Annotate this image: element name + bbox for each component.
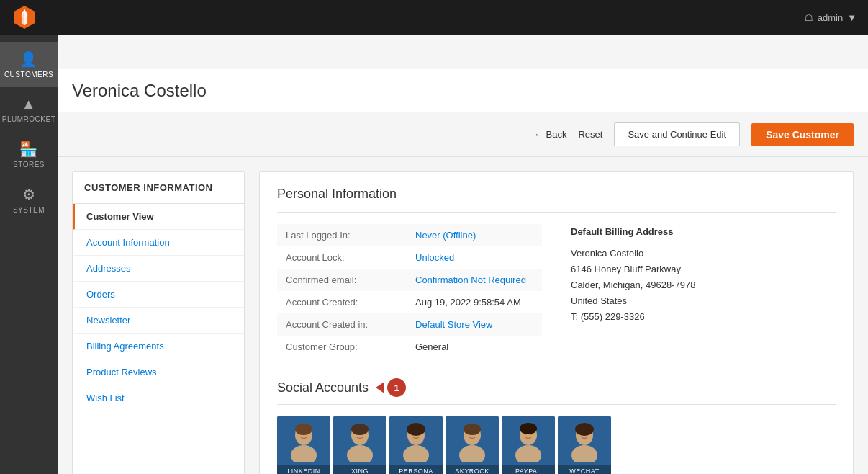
billing-address-title: Default Billing Address [571,224,836,240]
row-value: Aug 19, 2022 9:58:54 AM [407,291,530,313]
main-wrapper: Veronica Costello ← Back Reset Save and … [58,69,868,474]
social-badge: 1 [387,378,406,397]
sidebar: 👤 CUSTOMERS ▲ PLUMROCKET 🏪 STORES ⚙ SYST… [0,35,58,474]
social-label-paypal: PAYPAL [502,465,555,474]
sidebar-item-plumrocket[interactable]: ▲ PLUMROCKET [0,87,58,132]
row-label: Last Logged In: [277,224,407,246]
billing-city-state: Calder, Michigan, 49628-7978 [571,277,836,293]
svg-point-31 [571,445,597,462]
table-row: Account Created: Aug 19, 2022 9:58:54 AM [277,291,542,313]
action-toolbar: ← Back Reset Save and Continue Edit Save… [58,112,868,157]
menu-item-newsletter[interactable]: Newsletter [73,308,244,334]
row-value: Default Store View [407,313,501,336]
table-row: Confirmed email: Confirmation Not Requir… [277,269,542,291]
row-label: Account Created: [277,291,407,313]
left-panel-menu: Customer View Account Information Addres… [73,204,244,411]
menu-link-account-information[interactable]: Account Information [75,230,244,255]
badge-arrow: 1 [376,378,406,397]
left-panel-title: CUSTOMER INFORMATION [73,172,244,204]
billing-name: Veronica Costello [571,246,836,261]
menu-item-billing-agreements[interactable]: Billing Agreements [73,334,244,359]
reset-button[interactable]: Reset [578,129,602,140]
menu-link-orders[interactable]: Orders [75,282,244,307]
menu-link-product-reviews[interactable]: Product Reviews [75,359,244,385]
menu-item-orders[interactable]: Orders [73,282,244,308]
admin-username: admin [818,12,843,23]
svg-point-19 [459,445,485,462]
table-row: Customer Group: General [277,336,542,358]
sidebar-item-label: CUSTOMERS [4,71,53,79]
stores-icon: 🏪 [19,140,38,158]
personal-info-title: Personal Information [277,187,836,202]
row-value: Never (Offline) [407,224,484,246]
social-label-xing: XING [333,465,386,474]
social-avatar-linkedin [277,416,330,465]
reset-label: Reset [578,129,602,140]
user-icon: ☖ [805,12,813,23]
row-label: Confirmed email: [277,269,407,291]
customers-icon: 👤 [19,50,38,68]
sidebar-item-label: STORES [13,161,45,169]
sidebar-item-system[interactable]: ⚙ SYSTEM [0,177,58,223]
system-icon: ⚙ [22,186,36,203]
social-label-skyrock: SKYROCK [446,465,499,474]
social-label-wechat: WECHAT [558,465,611,474]
save-customer-button[interactable]: Save Customer [751,123,854,146]
svg-point-25 [515,445,541,462]
table-row: Last Logged In: Never (Offline) [277,224,542,246]
page-title: Veronica Costello [72,81,207,101]
social-card-paypal[interactable]: PAYPAL [502,416,555,474]
billing-phone: T: (555) 229-3326 [571,309,836,325]
social-avatar-wechat [558,416,611,465]
social-card-skyrock[interactable]: SKYROCK [446,416,499,474]
menu-link-billing-agreements[interactable]: Billing Agreements [75,334,244,359]
social-label-persona: PERSONA [389,465,443,474]
menu-item-customer-view[interactable]: Customer View [73,204,244,230]
social-card-xing[interactable]: XING [333,416,386,474]
admin-user-menu[interactable]: ☖ admin ▼ [805,12,856,23]
svg-point-11 [351,424,369,435]
row-label: Customer Group: [277,336,407,358]
magento-logo[interactable] [12,4,37,30]
svg-point-17 [407,423,425,436]
menu-link-newsletter[interactable]: Newsletter [75,308,244,333]
menu-link-wish-list[interactable]: Wish List [75,385,244,411]
svg-point-13 [403,445,429,462]
content-area: CUSTOMER INFORMATION Customer View Accou… [58,157,868,474]
social-card-linkedin[interactable]: LINKEDIN [277,416,330,474]
save-continue-button[interactable]: Save and Continue Edit [614,122,740,146]
chevron-down-icon: ▼ [847,12,856,23]
arrow-left-icon [376,382,384,393]
svg-point-29 [520,423,537,434]
info-grid: Last Logged In: Never (Offline) Account … [277,224,836,358]
save-continue-label: Save and Continue Edit [628,129,726,140]
menu-item-wish-list[interactable]: Wish List [73,385,244,411]
social-accounts-grid: LINKEDIN [277,416,836,474]
menu-item-product-reviews[interactable]: Product Reviews [73,359,244,385]
row-label: Account Created in: [277,313,407,336]
sidebar-item-stores[interactable]: 🏪 STORES [0,132,58,177]
social-card-persona[interactable]: PERSONA [389,416,443,474]
info-table: Last Logged In: Never (Offline) Account … [277,224,542,358]
left-panel: CUSTOMER INFORMATION Customer View Accou… [72,171,245,474]
menu-link-addresses[interactable]: Addresses [75,256,244,281]
back-button[interactable]: ← Back [534,129,567,140]
sidebar-item-label: SYSTEM [13,206,45,214]
save-customer-label: Save Customer [766,129,839,140]
social-card-wechat[interactable]: WECHAT [558,416,611,474]
row-label: Account Lock: [277,246,407,269]
sidebar-item-label: PLUMROCKET [2,115,55,123]
social-accounts-section: Social Accounts 1 [277,378,836,474]
menu-link-customer-view[interactable]: Customer View [75,204,244,229]
menu-item-addresses[interactable]: Addresses [73,256,244,282]
top-bar: ☖ admin ▼ [0,0,868,35]
menu-item-account-information[interactable]: Account Information [73,230,244,256]
plumrocket-icon: ▲ [22,96,36,112]
page-header: Veronica Costello [58,69,868,112]
sidebar-item-customers[interactable]: 👤 CUSTOMERS [0,42,58,87]
billing-street: 6146 Honey Bluff Parkway [571,261,836,277]
billing-country: United States [571,293,836,309]
social-avatar-paypal [502,416,555,465]
social-label-linkedin: LINKEDIN [277,465,330,474]
social-accounts-title: Social Accounts [277,380,369,395]
